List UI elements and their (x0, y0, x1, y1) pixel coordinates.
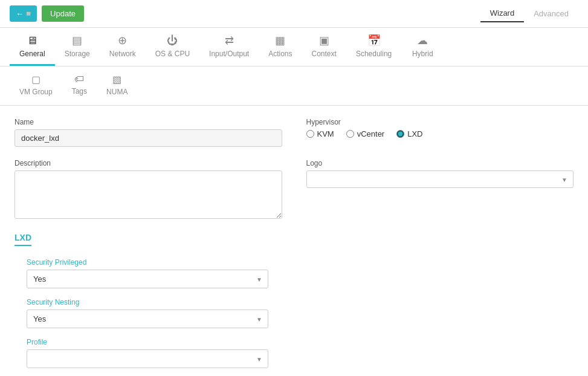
logo-select-wrapper (306, 170, 574, 188)
back-button[interactable]: ← ≡ (10, 5, 37, 22)
sec-tab-vmgroup[interactable]: ▢ VM Group (10, 69, 62, 103)
lxd-section: LXD Security Privileged Yes No Security … (15, 233, 573, 368)
lxd-content: Security Privileged Yes No Security Nest… (15, 258, 573, 368)
back-icon: ← (16, 9, 24, 18)
logo-field-group: Logo (306, 159, 574, 221)
profile-label: Profile (27, 338, 268, 346)
radio-lxd-label: LXD (407, 129, 422, 138)
radio-kvm[interactable]: KVM (306, 129, 334, 138)
radio-lxd[interactable]: LXD (396, 129, 422, 138)
sec-priv-select-wrapper: Yes No (27, 270, 268, 288)
hypervisor-field-group: Hypervisor KVM vCenter LXD (306, 118, 574, 147)
actions-label: Actions (268, 50, 292, 58)
sec-tab-numa[interactable]: ▧ NUMA (97, 69, 137, 103)
oscpu-icon: ⏻ (167, 34, 178, 47)
profile-select-wrapper (27, 349, 268, 368)
tags-icon: 🏷 (74, 74, 84, 85)
tags-label: Tags (72, 87, 87, 96)
vmgroup-label: VM Group (19, 88, 53, 96)
storage-icon: ▤ (72, 34, 82, 47)
secondary-nav: ▢ VM Group 🏷 Tags ▧ NUMA (0, 66, 588, 106)
nav-tab-scheduling[interactable]: 📅 Scheduling (346, 28, 401, 66)
name-input[interactable] (15, 129, 282, 147)
top-bar: ← ≡ Update Wizard Advanced (0, 0, 588, 28)
network-label: Network (109, 50, 136, 58)
name-label: Name (15, 118, 282, 126)
update-button[interactable]: Update (42, 5, 84, 22)
nav-tab-hybrid[interactable]: ☁ Hybrid (401, 28, 444, 66)
radio-vcenter-input[interactable] (346, 130, 354, 138)
radio-kvm-input[interactable] (306, 130, 314, 138)
description-label: Description (15, 159, 282, 167)
context-label: Context (312, 50, 337, 58)
sec-nest-select-wrapper: Yes No (27, 310, 268, 328)
radio-vcenter[interactable]: vCenter (346, 129, 385, 138)
actions-icon: ▦ (275, 34, 285, 47)
nav-tab-storage[interactable]: ▤ Storage (55, 28, 100, 66)
main-nav: 🖥 General ▤ Storage ⊕ Network ⏻ OS & CPU… (0, 28, 588, 66)
profile-field: Profile (27, 338, 268, 368)
form-row-name-hypervisor: Name Hypervisor KVM vCenter LXD (15, 118, 573, 147)
description-field-group: Description (15, 159, 282, 221)
radio-lxd-input[interactable] (396, 130, 404, 138)
storage-label: Storage (65, 50, 90, 58)
radio-vcenter-label: vCenter (357, 129, 385, 138)
sec-nest-select[interactable]: Yes No (27, 310, 268, 328)
top-bar-right: Wizard Advanced (480, 5, 578, 22)
numa-icon: ▧ (112, 74, 121, 85)
io-icon: ⇄ (225, 34, 234, 47)
sec-tab-tags[interactable]: 🏷 Tags (62, 69, 97, 103)
hypervisor-options: KVM vCenter LXD (306, 129, 574, 138)
sec-priv-field: Security Privileged Yes No (27, 258, 268, 288)
general-icon: 🖥 (27, 34, 37, 47)
hypervisor-label: Hypervisor (306, 118, 574, 126)
nav-tab-context[interactable]: ▣ Context (302, 28, 346, 66)
scheduling-icon: 📅 (367, 34, 381, 47)
nav-tab-general[interactable]: 🖥 General (10, 28, 55, 66)
general-label: General (19, 50, 45, 58)
content-area: Name Hypervisor KVM vCenter LXD (0, 106, 588, 376)
name-field-group: Name (15, 118, 282, 147)
radio-kvm-label: KVM (317, 129, 334, 138)
context-icon: ▣ (319, 34, 329, 47)
sec-priv-select[interactable]: Yes No (27, 270, 268, 288)
network-icon: ⊕ (118, 34, 127, 47)
logo-label: Logo (306, 159, 574, 167)
hybrid-icon: ☁ (417, 34, 428, 47)
sec-priv-label: Security Privileged (27, 258, 268, 267)
nav-tab-actions[interactable]: ▦ Actions (259, 28, 302, 66)
hybrid-label: Hybrid (412, 50, 433, 58)
sec-nest-field: Security Nesting Yes No (27, 298, 268, 328)
top-bar-left: ← ≡ Update (10, 5, 84, 22)
sec-nest-label: Security Nesting (27, 298, 268, 306)
form-row-desc-logo: Description Logo (15, 159, 573, 221)
lxd-section-title: LXD (15, 233, 31, 246)
scheduling-label: Scheduling (356, 50, 392, 58)
numa-label: NUMA (106, 88, 128, 96)
back-list-icon: ≡ (26, 9, 31, 18)
wizard-tab[interactable]: Wizard (480, 5, 524, 22)
description-input[interactable] (15, 170, 282, 219)
nav-tab-oscpu[interactable]: ⏻ OS & CPU (146, 28, 199, 66)
advanced-tab[interactable]: Advanced (524, 5, 578, 22)
nav-tab-io[interactable]: ⇄ Input/Output (199, 28, 259, 66)
nav-tab-network[interactable]: ⊕ Network (100, 28, 146, 66)
profile-select[interactable] (27, 349, 268, 368)
logo-select[interactable] (306, 170, 574, 188)
vmgroup-icon: ▢ (31, 74, 40, 85)
oscpu-label: OS & CPU (155, 50, 190, 58)
io-label: Input/Output (209, 50, 249, 58)
